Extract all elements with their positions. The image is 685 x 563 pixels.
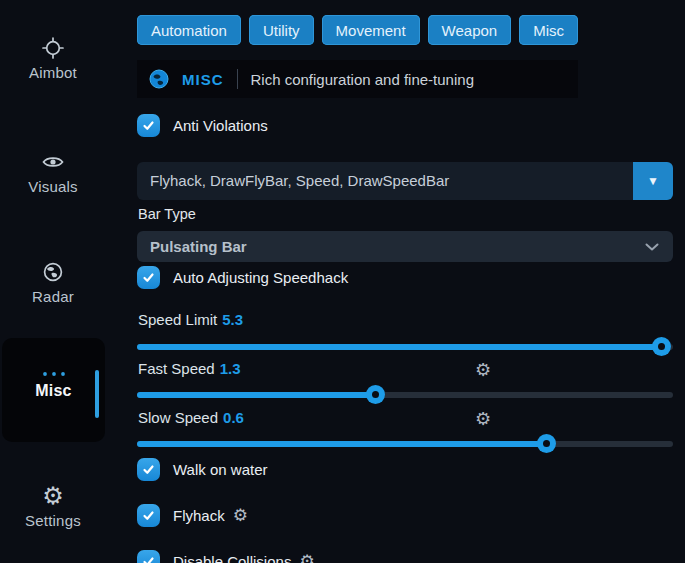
- main-content: Automation Utility Movement Weapon Misc …: [137, 0, 673, 563]
- slider-value: 5.3: [222, 311, 243, 328]
- sidebar-item-label: Radar: [0, 288, 106, 305]
- bar-type-value: Pulsating Bar: [137, 231, 673, 262]
- checkmark-icon: [142, 463, 155, 476]
- tab-misc[interactable]: Misc: [519, 15, 578, 45]
- fast-speed-label: Fast Speed1.3: [138, 360, 241, 377]
- triangle-down-icon: ▼: [647, 174, 659, 188]
- slider-name: Speed Limit: [138, 311, 217, 328]
- sidebar: Aimbot Visuals Radar Mi: [0, 0, 130, 563]
- disable-collisions-row[interactable]: Disable Collisions ⚙: [137, 550, 315, 563]
- flyhack-checkbox[interactable]: [137, 504, 160, 527]
- fast-speed-slider[interactable]: [137, 392, 673, 398]
- anti-violations-label: Anti Violations: [173, 117, 268, 134]
- sidebar-item-visuals[interactable]: Visuals: [0, 150, 106, 195]
- page-title: MISC: [182, 71, 224, 88]
- slider-fill: [137, 392, 376, 398]
- flyhack-gear-icon[interactable]: ⚙: [233, 507, 248, 524]
- sidebar-item-settings[interactable]: ⚙ Settings: [0, 484, 106, 529]
- checkmark-icon: [142, 555, 155, 563]
- auto-adjusting-speedhack-checkbox[interactable]: [137, 266, 160, 289]
- anti-violations-checkbox[interactable]: [137, 114, 160, 137]
- slow-speed-gear-icon[interactable]: ⚙: [473, 409, 493, 429]
- anti-violations-row[interactable]: Anti Violations: [137, 114, 268, 137]
- ellipsis-icon: [2, 338, 105, 374]
- category-tabs: Automation Utility Movement Weapon Misc: [137, 15, 578, 45]
- checkmark-icon: [142, 509, 155, 522]
- slider-fill: [137, 441, 547, 447]
- sidebar-item-aimbot[interactable]: Aimbot: [0, 36, 106, 81]
- slider-name: Slow Speed: [138, 409, 218, 426]
- sidebar-item-label: Visuals: [0, 178, 106, 195]
- auto-adjusting-speedhack-row[interactable]: Auto Adjusting Speedhack: [137, 266, 348, 289]
- chevron-down-icon: [645, 243, 659, 251]
- bar-type-label: Bar Type: [138, 206, 196, 222]
- crosshair-icon: [0, 36, 106, 60]
- sidebar-item-label: Misc: [2, 382, 105, 400]
- disable-collisions-checkbox[interactable]: [137, 550, 160, 563]
- speed-limit-label: Speed Limit5.3: [138, 311, 243, 328]
- slider-handle[interactable]: [537, 434, 556, 453]
- page-subtitle: Rich configuration and fine-tuning: [251, 71, 474, 88]
- slider-value: 1.3: [220, 360, 241, 377]
- bar-flags-dropdown-button[interactable]: ▼: [633, 162, 673, 200]
- sidebar-item-misc[interactable]: Misc: [2, 338, 105, 442]
- flyhack-row[interactable]: Flyhack ⚙: [137, 504, 248, 527]
- tab-movement[interactable]: Movement: [322, 15, 420, 45]
- slider-value: 0.6: [223, 409, 244, 426]
- tab-automation[interactable]: Automation: [137, 15, 241, 45]
- fast-speed-gear-icon[interactable]: ⚙: [473, 360, 493, 380]
- walk-on-water-row[interactable]: Walk on water: [137, 458, 267, 481]
- tab-weapon[interactable]: Weapon: [428, 15, 512, 45]
- speed-limit-slider[interactable]: [137, 344, 673, 350]
- sidebar-item-radar[interactable]: Radar: [0, 260, 106, 305]
- bar-flags-value: Flyhack, DrawFlyBar, Speed, DrawSpeedBar: [137, 162, 673, 200]
- disable-collisions-label: Disable Collisions: [173, 553, 291, 563]
- slider-handle[interactable]: [366, 385, 385, 404]
- divider: [237, 69, 238, 89]
- disable-collisions-gear-icon[interactable]: ⚙: [299, 553, 314, 563]
- slider-name: Fast Speed: [138, 360, 215, 377]
- globe-icon: [0, 260, 106, 284]
- walk-on-water-label: Walk on water: [173, 461, 267, 478]
- slider-handle[interactable]: [652, 337, 671, 356]
- walk-on-water-checkbox[interactable]: [137, 458, 160, 481]
- sidebar-item-label: Aimbot: [0, 64, 106, 81]
- checkmark-icon: [142, 119, 155, 132]
- sidebar-item-label: Settings: [0, 512, 106, 529]
- eye-icon: [0, 150, 106, 174]
- auto-adjusting-speedhack-label: Auto Adjusting Speedhack: [173, 269, 348, 286]
- bar-type-select[interactable]: Pulsating Bar: [137, 231, 673, 262]
- slow-speed-label: Slow Speed0.6: [138, 409, 244, 426]
- bar-flags-multiselect[interactable]: Flyhack, DrawFlyBar, Speed, DrawSpeedBar…: [137, 162, 673, 200]
- section-header: MISC Rich configuration and fine-tuning: [137, 60, 578, 98]
- selected-indicator: [95, 370, 99, 418]
- slider-fill: [137, 344, 661, 350]
- checkmark-icon: [142, 271, 155, 284]
- slow-speed-slider[interactable]: [137, 441, 673, 447]
- tab-utility[interactable]: Utility: [249, 15, 314, 45]
- gear-icon: ⚙: [0, 484, 106, 508]
- globe-icon: [149, 69, 169, 89]
- flyhack-label: Flyhack: [173, 507, 225, 524]
